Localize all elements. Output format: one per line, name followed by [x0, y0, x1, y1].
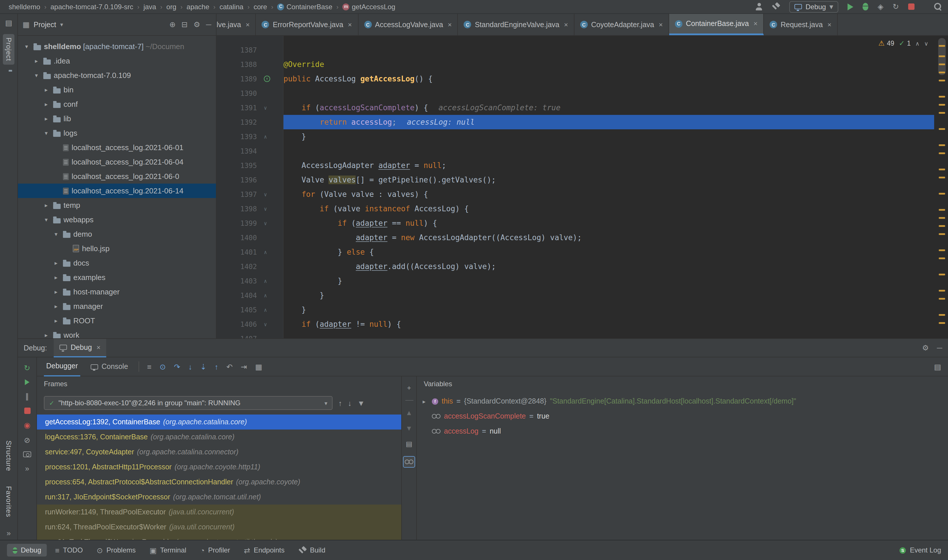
resume-icon[interactable]: [25, 379, 29, 385]
code-text[interactable]: [283, 331, 934, 338]
chevron-right-icon[interactable]: ▸: [42, 115, 50, 122]
editor-tab[interactable]: CCoyoteAdapter.java×: [574, 14, 669, 35]
chevron-right-icon[interactable]: ▸: [42, 332, 50, 338]
line-number[interactable]: 1399: [217, 219, 262, 227]
code-text[interactable]: if (valve instanceof AccessLog) {: [283, 202, 934, 216]
stop-debug-icon[interactable]: [24, 408, 30, 414]
breadcrumb-item[interactable]: catalina: [219, 3, 243, 11]
step-over-icon[interactable]: ↷: [174, 363, 180, 370]
chevron-down-icon[interactable]: ▾: [23, 43, 31, 50]
move-down-icon[interactable]: ▼: [406, 425, 412, 432]
statusbar-item-build[interactable]: Build: [293, 544, 331, 557]
change-marker[interactable]: [939, 233, 945, 235]
breadcrumb-item[interactable]: apache-tomcat-7.0.109-src: [51, 3, 133, 11]
filter-icon[interactable]: ▼: [357, 399, 365, 407]
change-marker[interactable]: [939, 112, 945, 114]
chevron-down-icon[interactable]: ▾: [42, 130, 50, 136]
variable-row[interactable]: accessLogScanComplete = true: [417, 409, 948, 424]
code-text[interactable]: return accessLog;accessLog: null: [283, 115, 934, 129]
stop-icon[interactable]: [908, 3, 914, 10]
user-icon[interactable]: [755, 3, 763, 11]
close-icon[interactable]: ×: [96, 343, 100, 351]
code-text[interactable]: AccessLogAdapter adapter = null;: [283, 158, 934, 172]
event-log-button[interactable]: SEvent Log: [899, 546, 941, 554]
change-marker[interactable]: [939, 152, 945, 154]
view-breakpoints-icon[interactable]: ◉: [24, 422, 31, 429]
chevron-right-icon[interactable]: ▸: [52, 260, 60, 266]
tree-item[interactable]: ▾demo: [18, 227, 216, 241]
editor-tab[interactable]: CErrorReportValve.java×: [256, 14, 358, 35]
code-text[interactable]: }: [283, 129, 934, 144]
code-text[interactable]: if (accessLogScanComplete) {accessLogSca…: [283, 100, 934, 115]
next-highlight-icon[interactable]: ∨: [924, 40, 928, 46]
tree-item[interactable]: ▸bin: [18, 83, 216, 97]
code-text[interactable]: for (Valve valve : valves) {: [283, 187, 934, 202]
statusbar-item-todo[interactable]: ≡TODO: [49, 544, 89, 557]
tree-item[interactable]: ▾apache-tomcat-7.0.109: [18, 68, 216, 83]
chevron-right-icon[interactable]: ▸: [42, 101, 50, 108]
close-icon[interactable]: ×: [348, 20, 352, 29]
frame-row[interactable]: process:1201, AbstractHttp11Processor(or…: [37, 460, 401, 475]
chevron-down-icon[interactable]: ▾: [52, 231, 60, 237]
tree-item[interactable]: ▸manager: [18, 299, 216, 314]
run-to-cursor-icon[interactable]: ⇥: [241, 363, 247, 370]
duplicate-icon[interactable]: ▤: [406, 440, 412, 448]
line-number[interactable]: 1406: [217, 320, 262, 328]
view-tab-debugger[interactable]: Debugger: [44, 357, 80, 376]
code-text[interactable]: adapter.add((AccessLog) valve);: [283, 259, 934, 274]
editor-tab[interactable]: stValve.java×: [217, 14, 256, 35]
fold-collapsed-icon[interactable]: ∧: [264, 249, 267, 255]
change-marker[interactable]: [939, 193, 945, 195]
tree-item[interactable]: localhost_access_log.2021-06-0: [18, 169, 216, 184]
tree-item[interactable]: ▸work: [18, 328, 216, 338]
collapse-all-icon[interactable]: ⊟: [181, 21, 188, 28]
change-marker[interactable]: [939, 144, 945, 146]
chevron-right-icon[interactable]: ▸: [52, 289, 60, 295]
change-marker[interactable]: [939, 72, 945, 73]
line-number[interactable]: 1403: [217, 277, 262, 285]
code-text[interactable]: Valve valves[] = getPipeline().getValves…: [283, 172, 934, 187]
close-icon[interactable]: ×: [564, 20, 568, 29]
settings-gear-icon[interactable]: ⚙: [922, 344, 929, 352]
code-text[interactable]: public AccessLog getAccessLog() {: [283, 72, 934, 86]
stripe-more-icon[interactable]: »: [7, 529, 11, 537]
line-number[interactable]: 1387: [217, 46, 262, 54]
build-hammer-icon[interactable]: [772, 3, 780, 11]
editor-tab[interactable]: CRequest.java×: [764, 14, 838, 35]
layout-settings-icon[interactable]: ▤: [934, 363, 941, 370]
fold-expanded-icon[interactable]: ∨: [264, 206, 267, 212]
project-panel-title[interactable]: Project: [34, 20, 56, 29]
locate-icon[interactable]: ⊕: [169, 21, 176, 28]
tree-item[interactable]: ▸docs: [18, 256, 216, 270]
line-number[interactable]: 1395: [217, 162, 262, 169]
coverage-icon[interactable]: ◈: [877, 3, 883, 11]
editor-scrollbar[interactable]: [934, 36, 948, 338]
code-text[interactable]: if (adapter != null) {: [283, 317, 934, 331]
frame-row[interactable]: run:61, TaskThread$WrappingRunnable(org.…: [37, 535, 401, 540]
pause-icon[interactable]: ∥: [25, 392, 29, 400]
change-marker[interactable]: [939, 257, 945, 259]
line-number[interactable]: 1391: [217, 104, 262, 112]
prev-highlight-icon[interactable]: ∧: [916, 40, 920, 46]
breadcrumb-item[interactable]: core: [254, 3, 267, 11]
fold-expanded-icon[interactable]: ∨: [264, 191, 267, 197]
tree-item[interactable]: ▾shelldemo [apache-tomcat-7] ~/Documen: [18, 39, 216, 54]
change-marker[interactable]: [939, 104, 945, 106]
editor-tab[interactable]: CStandardEngineValve.java×: [458, 14, 574, 35]
expand-arrow-icon[interactable]: ▸: [423, 398, 428, 405]
change-marker[interactable]: [939, 80, 945, 82]
warning-count[interactable]: 49: [887, 40, 894, 47]
line-number[interactable]: 1392: [217, 118, 262, 126]
editor-body[interactable]: 13871388@Override1389↑public AccessLog g…: [217, 36, 948, 338]
fold-collapsed-icon[interactable]: ∧: [264, 307, 267, 312]
tree-item[interactable]: ▾webapps: [18, 212, 216, 227]
close-icon[interactable]: ×: [448, 20, 452, 29]
mute-breakpoints-icon[interactable]: ⊘: [24, 437, 30, 444]
frame-row[interactable]: logAccess:1376, ContainerBase(org.apache…: [37, 429, 401, 445]
change-marker[interactable]: [939, 63, 945, 65]
hamburger-icon[interactable]: ≡: [147, 363, 152, 370]
code-text[interactable]: adapter = new AccessLogAdapter((AccessLo…: [283, 230, 934, 245]
breadcrumb-item[interactable]: java: [143, 3, 156, 11]
tree-item[interactable]: ▸conf: [18, 97, 216, 111]
line-number[interactable]: 1402: [217, 262, 262, 271]
